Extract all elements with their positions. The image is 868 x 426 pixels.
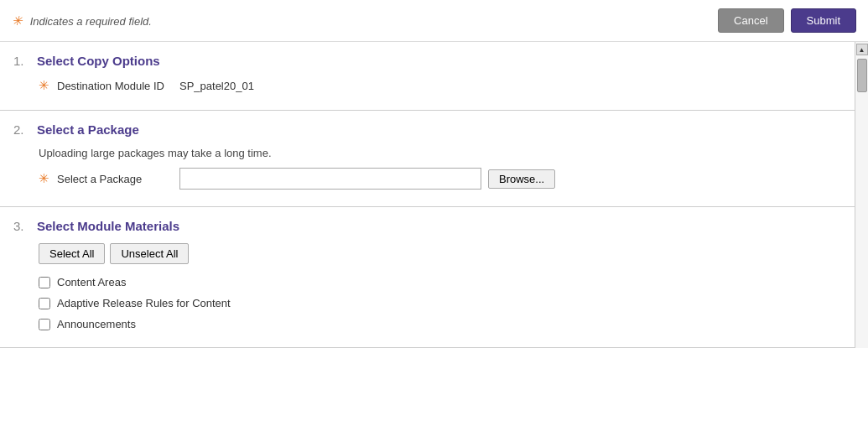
section-package: 2. Select a Package Uploading large pack… (0, 111, 855, 207)
required-notice-text: Indicates a required field. (30, 15, 152, 28)
section-copy-options: 1. Select Copy Options ✳ Destination Mod… (0, 42, 855, 111)
section-1-number: 1. (13, 54, 30, 68)
scrollbar: ▲ (855, 42, 868, 348)
section-1-title: Select Copy Options (37, 54, 160, 68)
destination-module-label: ✳ Destination Module ID (39, 78, 173, 93)
package-file-input[interactable] (179, 168, 481, 190)
section-1-header: 1. Select Copy Options (13, 54, 841, 68)
select-all-button[interactable]: Select All (39, 243, 105, 264)
scrollbar-thumb[interactable] (857, 59, 867, 92)
package-label: ✳ Select a Package (39, 171, 173, 186)
section-3-title: Select Module Materials (37, 219, 179, 233)
section-2-number: 2. (13, 122, 30, 137)
checkbox-announcements-label: Announcements (57, 318, 136, 330)
required-star-package: ✳ (39, 171, 49, 186)
checkbox-content-areas-input[interactable] (39, 277, 50, 288)
cancel-button[interactable]: Cancel (718, 8, 783, 33)
main-content: 1. Select Copy Options ✳ Destination Mod… (0, 42, 868, 348)
checkbox-announcements[interactable]: Announcements (39, 318, 841, 330)
section-3-header: 3. Select Module Materials (13, 219, 841, 233)
checkbox-announcements-input[interactable] (39, 319, 50, 330)
destination-module-label-text: Destination Module ID (57, 80, 164, 92)
checkbox-content-areas[interactable]: Content Areas (39, 276, 841, 288)
checkbox-adaptive-release[interactable]: Adaptive Release Rules for Content (39, 297, 841, 309)
top-buttons: Cancel Submit (718, 8, 856, 33)
content-area: 1. Select Copy Options ✳ Destination Mod… (0, 42, 855, 348)
top-bar: ✳ Indicates a required field. Cancel Sub… (0, 0, 868, 42)
required-notice: ✳ Indicates a required field. (12, 13, 152, 29)
checkbox-adaptive-release-label: Adaptive Release Rules for Content (57, 297, 231, 309)
package-label-text: Select a Package (57, 173, 142, 185)
section-2-title: Select a Package (37, 122, 139, 137)
submit-button[interactable]: Submit (791, 8, 856, 33)
scrollbar-up-button[interactable]: ▲ (856, 44, 868, 55)
checkbox-content-areas-label: Content Areas (57, 276, 126, 288)
section-2-header: 2. Select a Package (13, 122, 841, 137)
checkbox-adaptive-release-input[interactable] (39, 298, 50, 309)
required-star-destination: ✳ (39, 78, 49, 93)
section-3-number: 3. (13, 219, 30, 233)
unselect-all-button[interactable]: Unselect All (110, 243, 189, 264)
upload-notice: Uploading large packages may take a long… (13, 147, 841, 159)
destination-module-row: ✳ Destination Module ID SP_patel20_01 (13, 78, 841, 93)
required-star-icon: ✳ (12, 13, 23, 28)
browse-button[interactable]: Browse... (488, 169, 555, 189)
package-file-row: ✳ Select a Package Browse... (13, 168, 841, 190)
checkbox-list: Content Areas Adaptive Release Rules for… (13, 276, 841, 330)
select-buttons-row: Select All Unselect All (13, 243, 841, 264)
section-materials: 3. Select Module Materials Select All Un… (0, 207, 855, 348)
destination-module-value: SP_patel20_01 (179, 80, 254, 92)
